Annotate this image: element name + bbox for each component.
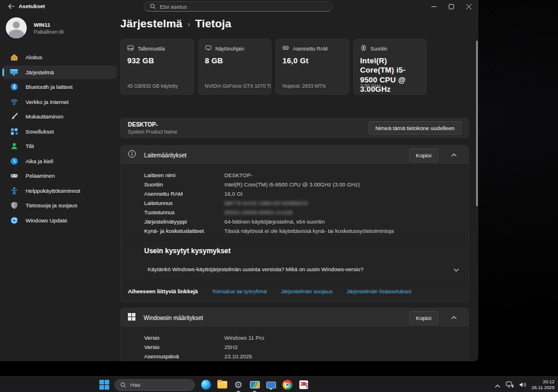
taskbar-apps: ⚙ bbox=[198, 377, 312, 392]
sidebar-item-pelaaminen[interactable]: Pelaaminen bbox=[2, 169, 117, 183]
windows-specs-header[interactable]: Windowsin määritykset Kopioi bbox=[121, 308, 468, 328]
spec-row-jarjestelmatyyppi: Järjestelmätyyppi64-bittinen käyttöjärje… bbox=[144, 217, 459, 226]
monitor-app-icon[interactable] bbox=[263, 377, 279, 392]
ram-icon bbox=[282, 45, 289, 52]
edge-icon[interactable] bbox=[198, 377, 214, 392]
user-name: WIN11 bbox=[34, 21, 64, 28]
cpu-icon bbox=[360, 45, 367, 52]
page-title: Tietoja bbox=[195, 17, 231, 30]
volume-icon[interactable] bbox=[519, 380, 527, 390]
link-advanced-system-settings[interactable]: Järjestelmän lisäasetukset bbox=[346, 288, 411, 294]
accessibility-icon bbox=[9, 186, 19, 195]
user-account[interactable]: WIN11 Paikallinen tili bbox=[6, 17, 64, 38]
device-product-name: System Product Name bbox=[128, 129, 369, 135]
main-content: Järjestelmä › Tietoja Tallennustila 932 … bbox=[120, 16, 469, 31]
device-specs-title: Laitemääritykset bbox=[144, 152, 401, 159]
search-input[interactable] bbox=[160, 3, 326, 10]
spec-row-asennuspaiva: Asennuspäivä23.10.2025 bbox=[144, 351, 459, 361]
sidebar-item-bluetooth-ja-laitteet[interactable]: Bluetooth ja laitteet bbox=[2, 80, 117, 94]
related-links-row: Aiheeseen liittyviä linkkejä Toimialue t… bbox=[121, 280, 468, 302]
personalization-brush-icon bbox=[9, 112, 19, 121]
faq-question-row[interactable]: Käytänkö Windows-käyttöjärjestelmän uusi… bbox=[144, 264, 459, 274]
chrome-icon[interactable] bbox=[279, 377, 295, 392]
cpu-card[interactable]: Suoritin Intel(R) Core(TM) i5-9500 CPU @… bbox=[353, 39, 427, 95]
clock-icon bbox=[9, 156, 19, 166]
chevron-down-icon[interactable] bbox=[453, 264, 459, 274]
spec-row-laitteen-nimi: Laitteen nimiDESKTOP- bbox=[144, 170, 459, 179]
gpu-card[interactable]: Näytönohjain 8 GB NVIDIA GeForce GTX 107… bbox=[198, 39, 272, 95]
copy-device-specs-button[interactable]: Kopioi bbox=[409, 149, 438, 162]
tray-chevron-up-icon[interactable] bbox=[495, 380, 500, 390]
sidebar-item-windows-update[interactable]: Windows Update bbox=[2, 214, 117, 228]
redacted-product-id: 00331-10000-00001-AA228 bbox=[224, 209, 292, 215]
chevron-up-icon[interactable] bbox=[446, 149, 462, 161]
spec-row-versio-edition: VersioWindows 11 Pro bbox=[144, 333, 459, 342]
spec-row-versio: Versio25H2 bbox=[144, 342, 459, 351]
file-explorer-icon[interactable] bbox=[214, 377, 230, 392]
faq-question: Käytänkö Windows-käyttöjärjestelmän uusi… bbox=[148, 266, 453, 272]
start-button[interactable] bbox=[99, 380, 109, 390]
faq-title: Usein kysytyt kysymykset bbox=[144, 247, 459, 255]
gpu-icon bbox=[205, 45, 212, 52]
close-button[interactable] bbox=[460, 0, 477, 13]
window-controls bbox=[425, 0, 477, 13]
related-links-title: Aiheeseen liittyviä linkkejä bbox=[128, 288, 198, 294]
minimize-button[interactable] bbox=[425, 0, 442, 13]
gpu-subtitle: NVIDIA GeForce GTX 1070 Ti bbox=[205, 83, 271, 89]
maximize-button[interactable] bbox=[442, 0, 460, 13]
spec-row-kyna-kosketus: Kynä- ja kosketuslaitteetTässä näytössä … bbox=[144, 226, 459, 235]
taskbar-search[interactable] bbox=[115, 379, 195, 391]
spec-row-laitetunnus: Laitetunnus6BF73-4ACE-A0B4-EF1E5B82C0 bbox=[144, 198, 459, 207]
settings-gear-icon[interactable]: ⚙ bbox=[230, 377, 246, 392]
sidebar-item-aika-ja-kieli[interactable]: Aika ja kieli bbox=[2, 154, 117, 168]
settings-window: Asetukset WIN11 Paikallinen tili Aloitus bbox=[0, 0, 478, 361]
sidebar-item-jarjestelma[interactable]: Järjestelmä bbox=[2, 66, 117, 80]
windows-specs-title: Windowsin määritykset bbox=[144, 315, 401, 321]
ram-subtitle: Nopeus: 2933 MT/s bbox=[282, 83, 326, 89]
editor-app-icon[interactable] bbox=[295, 377, 312, 392]
app-title: Asetukset bbox=[19, 3, 45, 9]
breadcrumb-system[interactable]: Järjestelmä bbox=[120, 17, 183, 30]
settings-search[interactable] bbox=[144, 1, 332, 12]
ram-card[interactable]: Asennettu RAM 16,0 Gt Nopeus: 2933 MT/s bbox=[276, 39, 349, 95]
device-specs-rows: Laitteen nimiDESKTOP- SuoritinIntel(R) C… bbox=[121, 165, 468, 240]
system-icon bbox=[9, 67, 19, 77]
scrollbar[interactable] bbox=[476, 41, 478, 206]
spec-row-asennettu-ram: Asennettu RAM16,0 Gt bbox=[144, 189, 459, 198]
sidebar-item-verkko-ja-internet[interactable]: Verkko ja Internet bbox=[2, 95, 117, 109]
titlebar: Asetukset bbox=[0, 0, 478, 13]
storage-card[interactable]: Tallennustila 932 GB 45 GB/932 GB käytet… bbox=[120, 39, 194, 95]
sidebar-item-aloitus[interactable]: Aloitus bbox=[2, 51, 117, 64]
sidebar-item-mukauttaminen[interactable]: Mukauttaminen bbox=[2, 110, 117, 124]
clock[interactable]: 20.12 26.11.2025 bbox=[532, 379, 555, 390]
device-name-row: DESKTOP- System Product Name Nimeä tämä … bbox=[120, 118, 469, 138]
link-domain-workgroup[interactable]: Toimialue tai työryhmä bbox=[212, 288, 267, 294]
sidebar-item-tilit[interactable]: Tilit bbox=[2, 139, 117, 153]
copy-windows-specs-button[interactable]: Kopioi bbox=[409, 311, 438, 325]
ram-value: 16,0 Gt bbox=[282, 56, 342, 66]
rename-pc-button[interactable]: Nimeä tämä tietokone uudelleen bbox=[369, 121, 462, 135]
sidebar-item-tietosuoja-ja-suojaus[interactable]: Tietosuoja ja suojaus bbox=[2, 199, 117, 213]
network-icon[interactable] bbox=[506, 380, 514, 390]
spec-row-tuotetunnus: Tuotetunnus00331-10000-00001-AA228 bbox=[144, 207, 459, 217]
link-system-protection[interactable]: Järjestelmän suojaus bbox=[281, 288, 332, 294]
sidebar-nav: Aloitus Järjestelmä Bluetooth ja laittee… bbox=[2, 51, 117, 227]
taskbar-search-input[interactable] bbox=[130, 382, 189, 388]
sidebar-item-sovellukset[interactable]: Sovellukset bbox=[2, 125, 117, 139]
info-icon bbox=[128, 150, 136, 160]
update-icon bbox=[9, 215, 19, 225]
sidebar-item-helppokayttotoiminnot[interactable]: Helppokäyttötoiminnot bbox=[2, 184, 117, 198]
back-button[interactable] bbox=[5, 2, 19, 11]
storage-icon bbox=[127, 45, 134, 52]
avatar bbox=[6, 17, 27, 38]
device-specs-header[interactable]: Laitemääritykset Kopioi bbox=[121, 146, 468, 165]
cpu-subtitle: 3.00 GHz bbox=[360, 83, 381, 89]
wifi-icon bbox=[9, 97, 19, 106]
chevron-up-icon[interactable] bbox=[446, 311, 462, 324]
windows-specs-card: Windowsin määritykset Kopioi VersioWindo… bbox=[120, 308, 469, 361]
windows-specs-rows: VersioWindows 11 Pro Versio25H2 Asennusp… bbox=[121, 328, 468, 361]
gamepad-icon bbox=[9, 171, 19, 181]
windows-logo-icon bbox=[128, 312, 135, 323]
shield-icon bbox=[9, 201, 19, 210]
media-app-icon[interactable] bbox=[246, 377, 263, 392]
